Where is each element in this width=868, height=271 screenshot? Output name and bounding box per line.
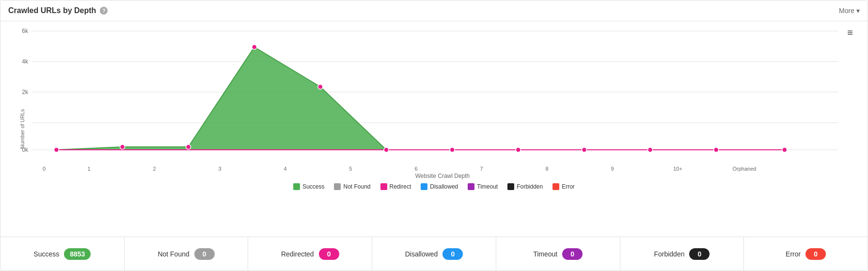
- stat-badge-error: 0: [805, 248, 826, 260]
- legend-box-error: [552, 183, 559, 190]
- x-label-3: 3: [187, 166, 253, 172]
- svg-text:0k: 0k: [22, 146, 29, 153]
- stat-not-found: Not Found 0: [125, 237, 249, 271]
- chart-area: Number of URLs ≡ 6k 4k 2k 0k: [0, 21, 868, 237]
- legend: Success Not Found Redirect Disallowed Ti…: [10, 179, 858, 194]
- chevron-down-icon: ▾: [856, 7, 860, 15]
- legend-box-disallowed: [421, 183, 427, 190]
- svg-text:2k: 2k: [22, 89, 29, 96]
- x-label-4: 4: [253, 166, 318, 172]
- svg-point-20: [714, 147, 719, 152]
- legend-label-forbidden: Forbidden: [517, 183, 543, 190]
- legend-box-not-found: [334, 183, 341, 190]
- stat-badge-disallowed: 0: [442, 248, 463, 260]
- stat-label-not-found: Not Found: [158, 250, 189, 258]
- legend-label-success: Success: [302, 183, 324, 190]
- stat-label-timeout: Timeout: [533, 250, 557, 258]
- legend-label-timeout: Timeout: [477, 183, 498, 190]
- svg-point-18: [582, 147, 586, 152]
- legend-label-not-found: Not Found: [343, 183, 370, 190]
- stat-label-error: Error: [786, 250, 801, 258]
- stat-badge-timeout: 0: [562, 248, 583, 260]
- legend-item-not-found: Not Found: [334, 183, 370, 190]
- stat-label-forbidden: Forbidden: [654, 250, 684, 258]
- title-text: Crawled URLs by Depth: [8, 6, 96, 15]
- legend-box-redirect: [380, 183, 387, 190]
- stat-label-disallowed: Disallowed: [405, 250, 438, 258]
- svg-marker-9: [56, 47, 784, 150]
- legend-item-error: Error: [552, 183, 575, 190]
- x-label-0: 0: [32, 166, 56, 172]
- stat-badge-redirected: 0: [319, 248, 339, 260]
- svg-point-16: [450, 147, 455, 152]
- card-header: Crawled URLs by Depth ? More ▾: [0, 0, 868, 21]
- stat-forbidden: Forbidden 0: [620, 237, 744, 271]
- x-label-10plus: 10+: [645, 166, 710, 172]
- more-button[interactable]: More ▾: [839, 7, 860, 15]
- x-label-8: 8: [514, 166, 580, 172]
- hamburger-icon[interactable]: ≡: [847, 27, 853, 38]
- card: Crawled URLs by Depth ? More ▾ Number of…: [0, 0, 868, 271]
- legend-item-timeout: Timeout: [468, 183, 498, 190]
- x-axis-labels: 0 1 2 3 4 5 6 7 8 9 10+ Orphaned: [32, 164, 853, 172]
- stat-badge-forbidden: 0: [689, 248, 710, 260]
- legend-box-forbidden: [507, 183, 514, 190]
- y-axis-label: Number of URLs: [19, 109, 25, 149]
- stat-badge-success: 8853: [64, 248, 91, 260]
- svg-text:6k: 6k: [22, 28, 29, 34]
- main-chart-svg: 6k 4k 2k 0k: [32, 26, 853, 162]
- legend-item-forbidden: Forbidden: [507, 183, 543, 190]
- legend-label-redirect: Redirect: [390, 183, 411, 190]
- svg-point-13: [252, 45, 257, 49]
- stat-error: Error 0: [744, 237, 868, 271]
- stat-timeout: Timeout 0: [496, 237, 620, 271]
- x-label-6: 6: [383, 166, 449, 172]
- svg-point-19: [648, 147, 653, 152]
- svg-point-12: [186, 144, 191, 149]
- x-label-orphaned: Orphaned: [710, 166, 778, 172]
- x-label-1: 1: [56, 166, 122, 172]
- stat-label-success: Success: [33, 250, 59, 258]
- svg-point-17: [516, 147, 521, 152]
- stat-success: Success 8853: [0, 237, 125, 271]
- legend-item-disallowed: Disallowed: [421, 183, 458, 190]
- svg-point-11: [120, 144, 125, 149]
- x-label-9: 9: [580, 166, 645, 172]
- stats-bar: Success 8853 Not Found 0 Redirected 0 Di…: [0, 237, 868, 271]
- legend-label-error: Error: [562, 183, 575, 190]
- stat-disallowed: Disallowed 0: [372, 237, 496, 271]
- svg-point-14: [318, 84, 323, 89]
- svg-point-21: [782, 147, 787, 152]
- x-label-7: 7: [449, 166, 514, 172]
- legend-box-success: [293, 183, 300, 190]
- legend-label-disallowed: Disallowed: [430, 183, 458, 190]
- svg-point-10: [54, 147, 59, 152]
- help-icon[interactable]: ?: [100, 7, 108, 15]
- stat-label-redirected: Redirected: [281, 250, 314, 258]
- stat-badge-not-found: 0: [194, 248, 215, 260]
- legend-item-redirect: Redirect: [380, 183, 411, 190]
- card-title: Crawled URLs by Depth ?: [8, 6, 108, 15]
- x-axis-title: Website Crawl Depth: [32, 173, 853, 179]
- legend-item-success: Success: [293, 183, 324, 190]
- svg-text:4k: 4k: [22, 58, 29, 65]
- svg-point-15: [384, 147, 389, 152]
- x-label-2: 2: [122, 166, 187, 172]
- legend-box-timeout: [468, 183, 474, 190]
- x-label-5: 5: [318, 166, 383, 172]
- stat-redirected: Redirected 0: [248, 237, 372, 271]
- chart-container: ≡ 6k 4k 2k 0k: [32, 26, 853, 179]
